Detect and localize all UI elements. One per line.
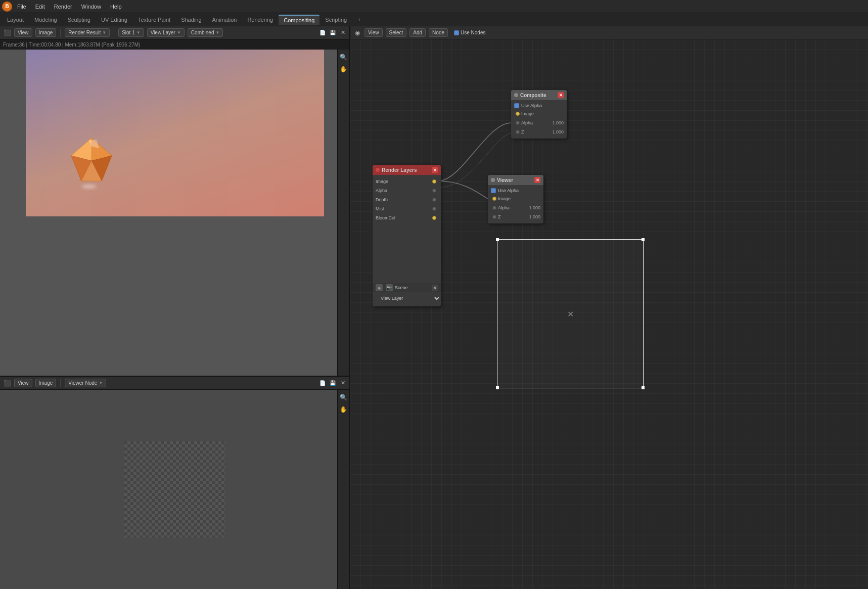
composite-alpha-row: Alpha 1.000 [511,118,567,127]
sel-corner-tr [642,238,645,241]
image-menu-btn[interactable]: Image [35,28,57,37]
bottom-zoom-icon[interactable]: 🔍 [339,393,348,402]
render-image [26,50,324,216]
menu-window[interactable]: Window [77,3,105,11]
tab-scripting[interactable]: Scripting [320,15,352,24]
tab-add[interactable]: + [352,15,366,24]
node-editor-type-icon[interactable]: ◉ [353,29,361,37]
rl-depth-row: Depth [373,195,441,204]
composite-alpha-checkbox[interactable] [514,103,519,108]
render-canvas: 🔍 ✋ [0,50,349,376]
right-panel: ◉ View Select Add Node Use Nodes [350,26,868,589]
render-object-svg [61,135,122,186]
use-nodes-toggle[interactable]: Use Nodes [454,30,485,35]
bottom-view-menu-btn[interactable]: View [14,379,32,387]
composite-use-alpha[interactable]: Use Alpha [511,102,567,109]
rl-image-row: Image [373,177,441,186]
slot-dropdown[interactable]: Slot 1 ▼ [118,28,144,37]
scene-close-btn[interactable]: ✕ [432,285,438,291]
view-layer-dropdown[interactable]: View Layer ▼ [147,28,185,37]
rl-image-socket [432,179,436,184]
viewer-image-socket [492,197,496,201]
editor-type-icon[interactable]: ⬛ [3,29,11,37]
node-add-btn[interactable]: Add [409,28,426,37]
viewer-use-alpha[interactable]: Use Alpha [488,187,543,194]
bottom-close-btn[interactable]: ✕ [339,380,346,387]
blender-logo-icon: B [2,2,12,12]
rl-bloomcol-row: BloomCol [373,213,441,222]
close-viewer-btn[interactable]: ✕ [339,29,346,36]
sel-corner-bl [496,386,499,389]
menu-edit[interactable]: Edit [31,3,49,11]
node-composite[interactable]: Composite ✕ Use Alpha Image Alpha [511,90,567,139]
tab-shading[interactable]: Shading [176,15,206,24]
render-result-dropdown[interactable]: Render Result ▼ [65,28,110,37]
bottom-save-icon[interactable]: 💾 [329,380,336,387]
tab-texture-paint[interactable]: Texture Paint [133,15,175,24]
zoom-icon[interactable]: 🔍 [339,53,348,62]
bottom-sep [60,379,61,387]
tab-layout[interactable]: Layout [2,15,29,24]
bottom-hand-icon[interactable]: ✋ [339,405,348,414]
top-viewer-header: ⬛ View Image Render Result ▼ Slot 1 ▼ [0,26,349,39]
composite-z-socket [516,130,520,134]
menu-render[interactable]: Render [50,3,76,11]
viewer-z-socket [492,215,496,219]
workspace-tabs: Layout Modeling Sculpting UV Editing Tex… [0,13,868,26]
tab-uv-editing[interactable]: UV Editing [96,15,132,24]
composite-image-socket [516,112,520,116]
scene-icon: ◈ [376,284,383,291]
file-icon[interactable]: 📄 [319,29,326,36]
sel-corner-br [642,386,645,389]
node-node-btn[interactable]: Node [429,28,448,37]
composite-close-btn[interactable]: ✕ [558,92,564,98]
node-view-btn[interactable]: View [364,28,383,37]
tab-rendering[interactable]: Rendering [242,15,278,24]
left-panel: ⬛ View Image Render Result ▼ Slot 1 ▼ [0,26,350,589]
render-layers-close-btn[interactable]: ✕ [432,167,438,173]
view-layer-select[interactable]: View Layer [377,294,441,302]
viewer-close-btn[interactable]: ✕ [534,177,540,183]
viewer-node-arrow-icon: ▼ [99,381,103,385]
bottom-viewer-header: ⬛ View Image Viewer Node ▼ 📄 💾 ✕ [0,377,349,390]
separator-1 [60,29,61,37]
bottom-image-menu-btn[interactable]: Image [35,379,57,387]
tab-compositing[interactable]: Compositing [279,15,319,25]
viewer-title: Viewer ✕ [488,175,543,185]
tab-modeling[interactable]: Modeling [29,15,62,24]
viewer-z-row: Z 1.000 [488,212,543,221]
render-layers-title: Render Layers ✕ [373,165,441,175]
hand-icon[interactable]: ✋ [339,65,348,74]
view-menu-btn[interactable]: View [14,28,32,37]
main-layout: ⬛ View Image Render Result ▼ Slot 1 ▼ [0,26,868,589]
node-select-btn[interactable]: Select [386,28,407,37]
image-viewer-top: ⬛ View Image Render Result ▼ Slot 1 ▼ [0,26,349,377]
viewer-side-tools: 🔍 ✋ [337,50,349,376]
save-icon[interactable]: 💾 [329,29,336,36]
top-menubar: B File Edit Render Window Help [0,0,868,13]
bottom-canvas: 🔍 ✋ [0,390,349,589]
tab-sculpting[interactable]: Sculpting [63,15,96,24]
menu-file[interactable]: File [13,3,30,11]
light-highlight [81,185,97,189]
status-bar: Frame:36 | Time:00:04.80 | Mem:1863.87M … [0,39,349,50]
combined-dropdown[interactable]: Combined ▼ [188,28,223,37]
rl-mist-row: Mist [373,204,441,213]
viewer-body: Use Alpha Image Alpha 1.000 Z 1.000 [488,185,543,223]
viewer-node-dropdown[interactable]: Viewer Node ▼ [65,379,106,387]
viewer-alpha-checkbox[interactable] [491,188,496,193]
composite-image-row: Image [511,109,567,118]
bottom-editor-type-icon[interactable]: ⬛ [3,379,11,387]
use-nodes-checkbox[interactable] [454,30,459,35]
rl-mist-socket [432,207,436,211]
menu-help[interactable]: Help [106,3,126,11]
image-viewer-bottom: ⬛ View Image Viewer Node ▼ 📄 💾 ✕ [0,377,349,589]
composite-title: Composite ✕ [511,90,567,100]
node-render-layers[interactable]: Render Layers ✕ Image Alpha Depth [373,165,441,306]
view-layer-arrow-icon: ▼ [177,30,181,35]
checker-image [124,441,225,537]
node-viewer[interactable]: Viewer ✕ Use Alpha Image Alpha [488,175,543,223]
tab-animation[interactable]: Animation [207,15,242,24]
bottom-file-icon[interactable]: 📄 [319,380,326,387]
node-canvas[interactable]: Render Layers ✕ Image Alpha Depth [350,39,868,589]
